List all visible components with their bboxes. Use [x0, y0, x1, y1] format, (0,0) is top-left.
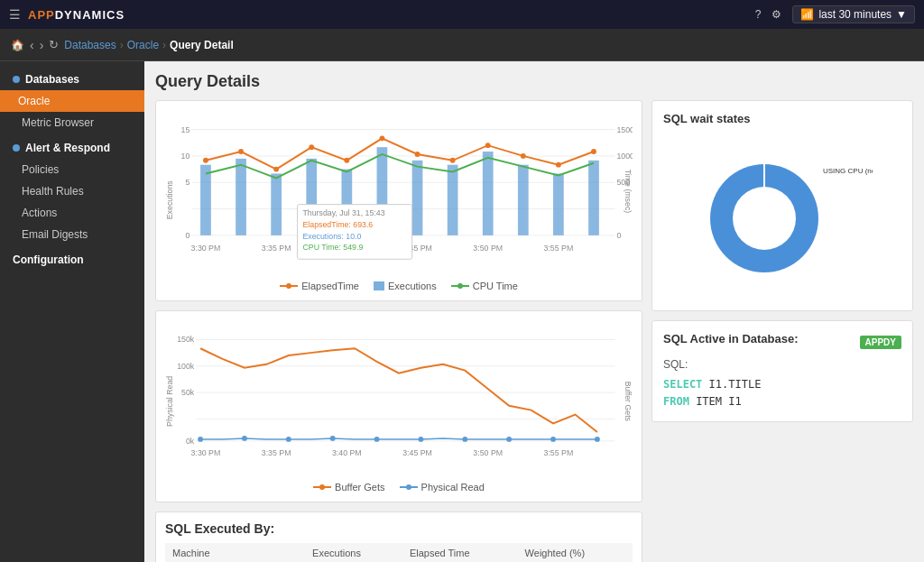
help-icon[interactable]: ?	[755, 8, 762, 21]
sidebar-item-metric-browser[interactable]: Metric Browser	[0, 112, 144, 134]
svg-text:3:35 PM: 3:35 PM	[262, 244, 291, 253]
sidebar-item-actions[interactable]: Actions	[0, 202, 144, 224]
sidebar-label-email-digests: Email Digests	[22, 228, 88, 241]
svg-rect-23	[483, 152, 494, 235]
svg-text:Buffer Gets: Buffer Gets	[624, 382, 633, 422]
legend-elapsed-label: ElapsedTime	[301, 281, 359, 291]
svg-point-36	[521, 153, 526, 159]
back-icon[interactable]: ‹	[30, 38, 34, 52]
legend-physical-label: Physical Read	[421, 482, 485, 493]
forward-icon[interactable]: ›	[40, 38, 44, 52]
svg-point-68	[286, 437, 291, 442]
table-header-row: Machine Executions Elapsed Time Weighted…	[165, 543, 633, 562]
topbar: ☰ APPDYNAMICS ? ⚙ 📶 last 30 minutes ▼	[0, 0, 924, 29]
svg-rect-17	[271, 173, 282, 235]
col-machine: Machine	[165, 543, 305, 562]
sql-keyword-from: FROM	[663, 395, 689, 408]
svg-point-28	[238, 149, 244, 154]
svg-point-54	[457, 283, 463, 289]
breadcrumb-databases[interactable]: Databases	[64, 39, 116, 51]
svg-text:Time (msec): Time (msec)	[624, 170, 633, 214]
svg-text:Executions: 10.0: Executions: 10.0	[302, 232, 361, 241]
chart2-svg: Physical Read Buffer Gets 150k 100k 50k	[165, 320, 633, 474]
svg-text:50k: 50k	[181, 388, 195, 397]
legend-physical-read: Physical Read	[400, 482, 485, 493]
sidebar-label-health-rules: Health Rules	[22, 185, 84, 198]
breadcrumb-sep-2: ›	[162, 39, 166, 51]
sidebar-item-health-rules[interactable]: Health Rules	[0, 180, 144, 202]
svg-text:3:30 PM: 3:30 PM	[191, 448, 221, 457]
sidebar-item-email-digests[interactable]: Email Digests	[0, 224, 144, 245]
home-icon[interactable]: 🏠	[11, 39, 24, 51]
svg-point-74	[550, 437, 556, 442]
chart1-legend: ElapsedTime Executions CPU Time	[165, 281, 633, 291]
svg-text:3:40 PM: 3:40 PM	[332, 448, 362, 457]
hamburger-icon[interactable]: ☰	[9, 7, 21, 22]
content-main: Executions Time (msec) 15 10	[155, 100, 642, 562]
svg-text:3:30 PM: 3:30 PM	[191, 244, 221, 253]
sidebar-label-actions: Actions	[22, 207, 57, 219]
svg-point-87	[733, 187, 796, 250]
breadcrumb-oracle[interactable]: Oracle	[127, 39, 159, 51]
svg-point-66	[198, 437, 203, 442]
svg-point-71	[419, 437, 424, 442]
svg-text:5: 5	[185, 178, 189, 187]
sidebar-item-oracle[interactable]: Oracle	[0, 90, 144, 112]
legend-elapsed: ElapsedTime	[280, 281, 359, 291]
sidebar-item-configuration[interactable]: Configuration	[0, 249, 144, 271]
sidebar-item-policies[interactable]: Policies	[0, 159, 144, 180]
sql-code: SELECT I1.TITLE FROM ITEM I1	[663, 376, 901, 410]
svg-rect-26	[588, 161, 599, 235]
sidebar-section-databases: Databases Oracle Metric Browser	[0, 69, 144, 134]
legend-cputime: CPU Time	[451, 281, 518, 291]
appdy-badge: APPDY	[860, 336, 901, 349]
svg-text:10: 10	[181, 152, 190, 161]
sidebar-label-alert-respond: Alert & Respond	[25, 142, 110, 154]
sql-wait-card: SQL wait states USING CPU (not waiting):…	[651, 100, 913, 311]
svg-point-69	[330, 436, 336, 441]
svg-text:3:35 PM: 3:35 PM	[262, 448, 291, 457]
svg-text:Executions: Executions	[165, 180, 174, 220]
svg-point-72	[462, 437, 467, 442]
sidebar-label-configuration: Configuration	[13, 253, 84, 266]
wifi-icon: 📶	[800, 8, 814, 21]
chart2-legend: Buffer Gets Physical Read	[165, 482, 633, 493]
svg-text:ElapsedTime: 693.6: ElapsedTime: 693.6	[302, 220, 373, 229]
svg-point-32	[379, 135, 384, 141]
col-elapsed: Elapsed Time	[402, 543, 518, 562]
sql-active-header: SQL Active in Database: APPDY	[663, 332, 901, 353]
sql-keyword-select: SELECT	[663, 378, 702, 391]
svg-rect-25	[553, 173, 564, 235]
svg-text:3:55 PM: 3:55 PM	[544, 244, 574, 253]
sidebar-dot-databases	[13, 76, 20, 83]
time-range-selector[interactable]: 📶 last 30 minutes ▼	[792, 5, 915, 23]
sql-executed-title: SQL Executed By:	[165, 521, 633, 536]
topbar-right: ? ⚙ 📶 last 30 minutes ▼	[755, 5, 915, 23]
svg-point-38	[591, 149, 596, 154]
breadcrumb: Databases › Oracle › Query Detail	[64, 39, 233, 51]
sql-label: SQL:	[663, 358, 901, 371]
settings-icon[interactable]: ⚙	[772, 8, 781, 21]
logo-suffix: DYNAMICS	[55, 8, 125, 22]
svg-text:0k: 0k	[186, 437, 195, 446]
time-range-label: last 30 minutes	[818, 8, 892, 21]
sidebar-label-policies: Policies	[22, 163, 59, 176]
content-side: SQL wait states USING CPU (not waiting):…	[651, 100, 913, 562]
svg-point-73	[506, 437, 512, 442]
svg-point-34	[450, 158, 456, 163]
svg-text:Thursday, Jul 31, 15:43: Thursday, Jul 31, 15:43	[302, 208, 384, 217]
legend-buffer-label: Buffer Gets	[335, 482, 384, 493]
sql-executed-card: SQL Executed By: Machine Executions Elap…	[155, 511, 642, 562]
content-area: Query Details Executions Time (msec)	[144, 61, 924, 562]
sidebar-label-metric-browser: Metric Browser	[22, 116, 94, 129]
content-row: Executions Time (msec) 15 10	[155, 100, 913, 562]
sidebar-item-alert-respond[interactable]: Alert & Respond	[0, 137, 144, 159]
sidebar-item-databases[interactable]: Databases	[0, 69, 144, 90]
sql-executed-table: Machine Executions Elapsed Time Weighted…	[165, 543, 633, 562]
svg-point-75	[595, 437, 600, 442]
svg-text:Physical Read: Physical Read	[165, 376, 174, 427]
refresh-icon[interactable]: ↻	[49, 38, 59, 51]
svg-text:15: 15	[181, 125, 190, 134]
sql-line-1: SELECT I1.TITLE	[663, 376, 901, 393]
chart1-svg: Executions Time (msec) 15 10	[165, 110, 633, 272]
